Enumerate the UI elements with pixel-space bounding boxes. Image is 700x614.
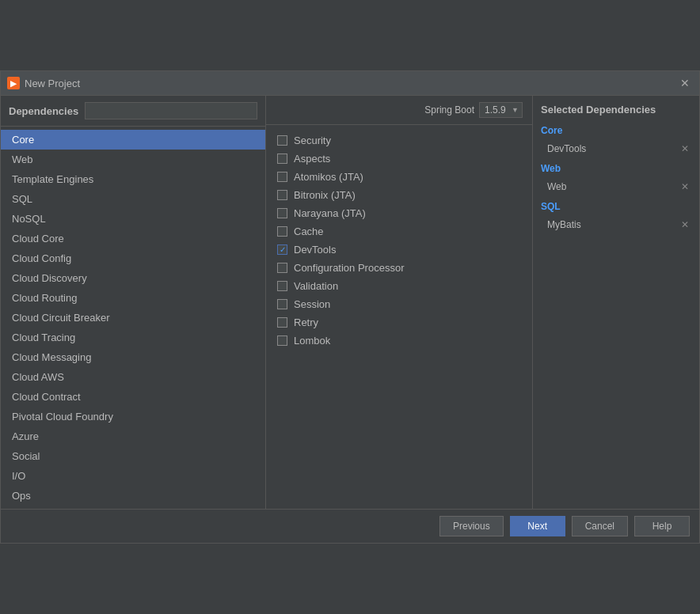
dep-checkbox-lombok[interactable] xyxy=(277,335,287,346)
spring-boot-version-select[interactable]: 1.5.92.0.01.5.8 xyxy=(479,102,523,118)
nav-item-cloud-core[interactable]: Cloud Core xyxy=(1,229,265,248)
dep-label-security: Security xyxy=(294,135,331,146)
dep-item-security[interactable]: Security xyxy=(266,131,532,150)
dep-checkbox-validation[interactable] xyxy=(277,281,287,291)
dep-label-cache: Cache xyxy=(294,226,324,237)
dep-item-validation[interactable]: Validation xyxy=(266,277,532,295)
selected-section-title-web: Web xyxy=(541,163,691,174)
dep-item-narayana[interactable]: Narayana (JTA) xyxy=(266,204,532,222)
nav-item-cloud-config[interactable]: Cloud Config xyxy=(1,248,265,268)
dep-checkbox-security[interactable] xyxy=(277,135,287,146)
footer: Previous Next Cancel Help xyxy=(1,509,699,543)
dep-item-retry[interactable]: Retry xyxy=(266,313,532,332)
dependencies-list: SecurityAspectsAtomikos (JTA)Bitronix (J… xyxy=(266,125,532,509)
nav-item-cloud-aws[interactable]: Cloud AWS xyxy=(1,367,265,387)
dep-label-lombok: Lombok xyxy=(294,335,330,347)
dep-checkbox-devtools[interactable] xyxy=(277,244,287,255)
selected-item: DevTools✕ xyxy=(541,141,691,157)
dependencies-label: Dependencies xyxy=(9,105,78,117)
dep-label-bitronix: Bitronix (JTA) xyxy=(294,189,356,201)
dep-checkbox-retry[interactable] xyxy=(277,317,287,328)
selected-section-title-sql: SQL xyxy=(541,201,691,212)
dep-item-config-processor[interactable]: Configuration Processor xyxy=(266,259,532,277)
app-icon: ▶ xyxy=(7,77,20,89)
dep-checkbox-aspects[interactable] xyxy=(277,154,287,164)
dep-checkbox-cache[interactable] xyxy=(277,226,287,237)
dep-label-devtools: DevTools xyxy=(294,244,336,256)
nav-item-io[interactable]: I/O xyxy=(1,466,265,486)
dep-item-atomikos[interactable]: Atomikos (JTA) xyxy=(266,168,532,186)
selected-section-title-core: Core xyxy=(541,125,691,136)
remove-dep-button[interactable]: ✕ xyxy=(679,181,691,192)
selected-item-name: DevTools xyxy=(547,143,586,154)
nav-item-nosql[interactable]: NoSQL xyxy=(1,209,265,229)
nav-item-social[interactable]: Social xyxy=(1,446,265,466)
middle-panel: Spring Boot 1.5.92.0.01.5.8 SecurityAspe… xyxy=(266,96,533,509)
cancel-button[interactable]: Cancel xyxy=(572,516,628,536)
title-bar: ▶ New Project ✕ xyxy=(1,71,699,96)
nav-item-pivotal-cloud-foundry[interactable]: Pivotal Cloud Foundry xyxy=(1,407,265,426)
nav-item-cloud-circuit-breaker[interactable]: Cloud Circuit Breaker xyxy=(1,308,265,328)
dep-item-lombok[interactable]: Lombok xyxy=(266,332,532,350)
remove-dep-button[interactable]: ✕ xyxy=(679,219,691,230)
dep-label-config-processor: Configuration Processor xyxy=(294,262,404,274)
dep-item-devtools[interactable]: DevTools xyxy=(266,241,532,259)
nav-item-cloud-contract[interactable]: Cloud Contract xyxy=(1,387,265,407)
dep-item-bitronix[interactable]: Bitronix (JTA) xyxy=(266,186,532,204)
spring-boot-version-wrapper: 1.5.92.0.01.5.8 xyxy=(479,102,523,118)
dep-checkbox-session[interactable] xyxy=(277,299,287,309)
nav-list: CoreWebTemplate EnginesSQLNoSQLCloud Cor… xyxy=(1,127,265,509)
remove-dep-button[interactable]: ✕ xyxy=(679,143,691,154)
nav-item-cloud-messaging[interactable]: Cloud Messaging xyxy=(1,347,265,367)
dep-label-aspects: Aspects xyxy=(294,153,330,165)
content-area: Dependencies CoreWebTemplate EnginesSQLN… xyxy=(1,96,699,509)
selected-dependencies-title: Selected Dependencies xyxy=(541,104,691,116)
dep-label-atomikos: Atomikos (JTA) xyxy=(294,171,363,183)
nav-item-cloud-routing[interactable]: Cloud Routing xyxy=(1,288,265,308)
selected-item: MyBatis✕ xyxy=(541,217,691,233)
dep-checkbox-narayana[interactable] xyxy=(277,208,287,218)
dep-item-session[interactable]: Session xyxy=(266,295,532,313)
dep-checkbox-atomikos[interactable] xyxy=(277,172,287,182)
right-panel: Selected Dependencies CoreDevTools✕WebWe… xyxy=(533,96,699,509)
search-area: Dependencies xyxy=(1,96,265,127)
close-button[interactable]: ✕ xyxy=(677,75,693,91)
help-button[interactable]: Help xyxy=(634,516,690,536)
selected-item-name: Web xyxy=(547,181,566,192)
spring-boot-label: Spring Boot xyxy=(424,104,474,116)
previous-button[interactable]: Previous xyxy=(439,516,504,536)
nav-item-cloud-tracing[interactable]: Cloud Tracing xyxy=(1,328,265,347)
nav-item-core[interactable]: Core xyxy=(1,130,265,150)
dep-checkbox-bitronix[interactable] xyxy=(277,190,287,200)
search-input[interactable] xyxy=(85,102,257,119)
nav-item-web[interactable]: Web xyxy=(1,150,265,169)
dep-item-aspects[interactable]: Aspects xyxy=(266,150,532,168)
nav-item-cloud-discovery[interactable]: Cloud Discovery xyxy=(1,268,265,288)
dep-label-session: Session xyxy=(294,298,330,310)
dep-label-validation: Validation xyxy=(294,280,338,292)
nav-item-template-engines[interactable]: Template Engines xyxy=(1,169,265,189)
dep-label-narayana: Narayana (JTA) xyxy=(294,207,366,219)
new-project-dialog: ▶ New Project ✕ Dependencies CoreWebTemp… xyxy=(0,70,700,544)
selected-item-name: MyBatis xyxy=(547,219,581,230)
dialog-title: New Project xyxy=(25,78,80,89)
nav-item-azure[interactable]: Azure xyxy=(1,426,265,446)
dep-checkbox-config-processor[interactable] xyxy=(277,263,287,273)
next-button[interactable]: Next xyxy=(510,516,565,536)
left-panel: Dependencies CoreWebTemplate EnginesSQLN… xyxy=(1,96,266,509)
nav-item-ops[interactable]: Ops xyxy=(1,486,265,506)
nav-item-sql[interactable]: SQL xyxy=(1,189,265,209)
dep-label-retry: Retry xyxy=(294,316,318,328)
selected-item: Web✕ xyxy=(541,179,691,195)
dep-item-cache[interactable]: Cache xyxy=(266,222,532,241)
spring-boot-bar: Spring Boot 1.5.92.0.01.5.8 xyxy=(266,96,532,125)
